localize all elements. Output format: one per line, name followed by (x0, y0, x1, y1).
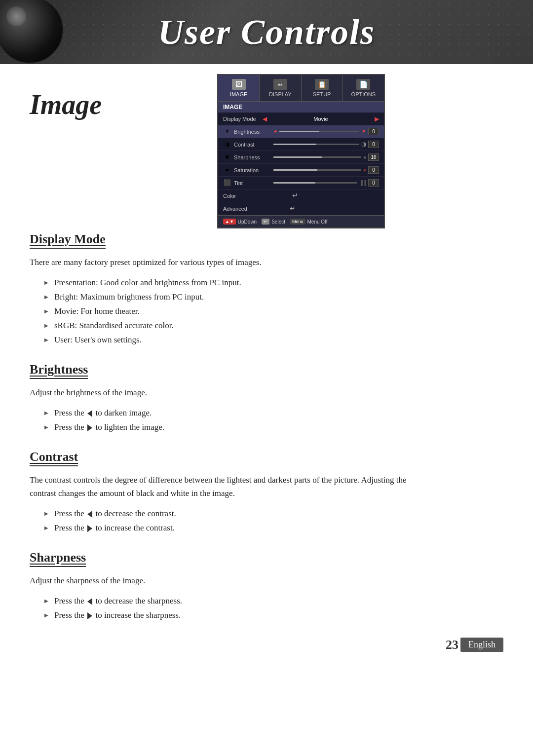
brightness-sun-icon: ✦ (273, 129, 277, 134)
section-display-mode: Display Mode There are many factory pres… (30, 232, 503, 347)
osd-row-display-mode: Display Mode ◀ Movie ▶ (218, 113, 384, 125)
brightness-sun2-icon: ✦ (361, 128, 366, 135)
osd-display-mode-label: Display Mode (223, 116, 263, 122)
page-number: 23 (446, 638, 458, 652)
sharpness-title: Sharpness (30, 550, 86, 567)
left-arrow-icon (87, 511, 92, 518)
list-item: Press the to increase the sharpness. (44, 608, 503, 623)
osd-tab-image: 🖼 IMAGE (218, 75, 260, 101)
section-brightness: Brightness Adjust the brightness of the … (30, 362, 503, 435)
osd-brightness-label: Brightness (234, 129, 273, 135)
menu-btn: Menu (290, 219, 305, 225)
tint-end-icon: ▐▐ (359, 180, 366, 186)
osd-tint-fill (273, 182, 315, 184)
updown-label: UpDown (238, 219, 257, 225)
list-item: Press the to darken image. (44, 406, 503, 420)
contrast-bullets: Press the to decrease the contrast. Pres… (30, 507, 503, 535)
osd-tab-bar: 🖼 IMAGE ▪▪ DISPLAY 📋 SETUP 📄 OPTIONS (218, 75, 384, 102)
content-sections: Display Mode There are many factory pres… (30, 232, 503, 623)
display-mode-title: Display Mode (30, 232, 106, 249)
display-tab-icon: ▪▪ (273, 79, 287, 90)
osd-brightness-fill (279, 131, 319, 132)
brightness-icon: ☀ (223, 128, 231, 136)
osd-color-label: Color (223, 193, 263, 199)
osd-row-sharpness: ■ Sharpness ■ 16 (218, 151, 384, 164)
osd-row-contrast: ◑ Contrast ◑ 0 (218, 138, 384, 151)
osd-sharpness-label: Sharpness (234, 154, 273, 160)
section-sharpness: Sharpness Adjust the sharpness of the im… (30, 550, 503, 623)
osd-row-advanced: Advanced ↵ (218, 202, 384, 215)
osd-sharpness-slider: ■ 16 (273, 153, 379, 161)
page-footer: 23 English (446, 638, 503, 652)
brightness-title: Brightness (30, 362, 88, 379)
osd-sharpness-track (273, 156, 361, 158)
page-title: User Controls (158, 12, 375, 53)
osd-brightness-track (279, 131, 359, 132)
list-item: Press the to increase the contrast. (44, 521, 503, 535)
osd-tab-setup: 📋 SETUP (302, 75, 343, 101)
display-mode-desc: There are many factory preset optimized … (30, 256, 434, 269)
advanced-enter-icon: ↵ (290, 204, 296, 213)
osd-contrast-fill (273, 144, 316, 145)
osd-tab-display-label: DISPLAY (269, 91, 292, 97)
osd-advanced-label: Advanced (223, 206, 263, 212)
image-tab-icon: 🖼 (232, 79, 246, 90)
osd-footer: ▲▼ UpDown ↵ Select Menu Menu Off (218, 215, 384, 227)
right-arrow-icon (87, 525, 92, 532)
osd-footer-select: ↵ Select (262, 219, 285, 225)
page-language: English (460, 638, 503, 652)
osd-contrast-value: 0 (368, 141, 379, 148)
setup-tab-icon: 📋 (315, 79, 329, 90)
select-btn: ↵ (262, 219, 269, 225)
osd-saturation-fill (273, 169, 317, 171)
updown-btn: ▲▼ (223, 219, 236, 225)
brightness-desc: Adjust the brightness of the image. (30, 386, 434, 399)
osd-row-brightness: ☀ Brightness ✦ ✦ 0 (218, 125, 384, 138)
osd-contrast-label: Contrast (234, 142, 273, 148)
osd-tab-options-label: OPTIONS (351, 91, 376, 97)
header: User Controls (0, 0, 533, 64)
osd-saturation-track (273, 169, 361, 171)
main-content: Image 🖼 IMAGE ▪▪ DISPLAY 📋 SETUP 📄 (0, 64, 533, 667)
options-tab-icon: 📄 (356, 79, 370, 90)
osd-tab-image-label: IMAGE (230, 91, 247, 97)
osd-tint-value: 0 (368, 179, 379, 187)
osd-contrast-slider: ◑ 0 (273, 141, 379, 148)
list-item: Press the to decrease the contrast. (44, 507, 503, 521)
list-item: Movie: For home theater. (44, 304, 503, 319)
osd-display-mode-left-arrow: ◀ (263, 115, 267, 123)
sharpness-desc: Adjust the sharpness of the image. (30, 574, 434, 587)
right-arrow-icon (87, 424, 92, 431)
osd-tab-setup-label: SETUP (313, 91, 331, 97)
color-enter-icon: ↵ (292, 191, 298, 200)
osd-menu-screenshot: 🖼 IMAGE ▪▪ DISPLAY 📋 SETUP 📄 OPTIONS IMA… (217, 74, 385, 228)
osd-sharpness-value: 16 (368, 153, 379, 161)
osd-menu: 🖼 IMAGE ▪▪ DISPLAY 📋 SETUP 📄 OPTIONS IMA… (217, 74, 385, 228)
menu-off-label: Menu Off (307, 219, 328, 225)
osd-tab-options: 📄 OPTIONS (343, 75, 384, 101)
osd-saturation-slider: ● 0 (273, 166, 379, 174)
osd-footer-updown: ▲▼ UpDown (223, 219, 257, 225)
contrast-end-icon: ◑ (361, 141, 366, 148)
saturation-icon: ● (223, 166, 231, 174)
section-contrast: Contrast The contrast controls the degre… (30, 450, 503, 535)
osd-tint-track (273, 182, 357, 184)
list-item: sRGB: Standardised accurate color. (44, 319, 503, 333)
osd-display-mode-value: Movie (313, 116, 328, 122)
left-arrow-icon (87, 410, 92, 417)
section-image-label: Image (30, 89, 102, 120)
tint-icon: ⬛ (223, 179, 231, 187)
display-mode-bullets: Presentation: Good color and brightness … (30, 276, 503, 347)
camera-lens-decoration (0, 0, 64, 64)
osd-tab-display: ▪▪ DISPLAY (260, 75, 301, 101)
right-arrow-icon (87, 612, 92, 619)
osd-contrast-track (273, 144, 359, 145)
osd-saturation-label: Saturation (234, 167, 273, 173)
select-label: Select (271, 219, 285, 225)
osd-tint-label: Tint (234, 180, 273, 186)
list-item: Bright: Maximum brightness from PC input… (44, 290, 503, 304)
sharpness-bullets: Press the to decrease the sharpness. Pre… (30, 594, 503, 623)
osd-brightness-slider: ✦ ✦ 0 (273, 128, 379, 135)
osd-display-mode-nav: ◀ Movie ▶ (263, 115, 379, 123)
osd-row-tint: ⬛ Tint ▐▐ 0 (218, 177, 384, 189)
